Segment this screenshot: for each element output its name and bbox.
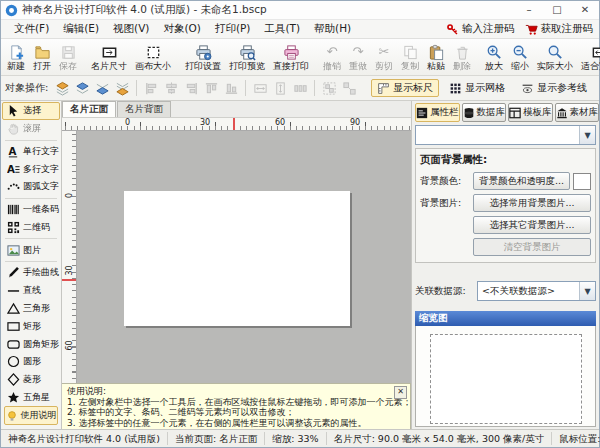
tool-cursor[interactable]: 选择 (2, 102, 60, 120)
tool-circle[interactable]: 圆形 (2, 353, 60, 371)
toolbar-button-label: 缩小 (511, 61, 529, 71)
toggle-guides[interactable]: 显示参考线 (515, 79, 593, 97)
tool-multi-text[interactable]: A多行文字 (2, 160, 60, 178)
fit-width-button[interactable]: 适合宽度 (577, 40, 600, 74)
toolbar-button-label: 适合宽度 (581, 61, 600, 71)
align-right-icon (182, 79, 200, 97)
help-close-icon[interactable]: ✕ (394, 386, 407, 399)
toolbar-button-label: 放大 (485, 61, 503, 71)
vruler-number: 60 (65, 339, 74, 353)
tool-rounded-rect[interactable]: 圆角矩形 (2, 335, 60, 353)
register-link-0[interactable]: 输入注册码 (446, 22, 515, 36)
chevron-down-icon[interactable]: ▼ (579, 282, 595, 300)
menu-item-5[interactable]: 工具(T) (257, 21, 307, 37)
direct-print-button[interactable]: 直接打印 (269, 40, 313, 74)
properties-icon (416, 107, 428, 119)
panel-tab-label: 模板库 (523, 106, 552, 119)
business-card-front[interactable] (124, 191, 350, 326)
tool-diamond[interactable]: 菱形 (2, 371, 60, 389)
hruler-number: 60 (275, 118, 285, 127)
panel-tab-properties[interactable]: 属性栏 (415, 103, 460, 122)
zoom-in-button[interactable]: 放大 (481, 40, 507, 74)
bg-color-swatch[interactable] (573, 173, 591, 190)
bg-image-common-button[interactable]: 选择常用背景图片... (473, 194, 591, 212)
open-button[interactable]: 打开 (29, 40, 55, 74)
bulb-icon (6, 410, 18, 422)
tool-label: 圆弧文字 (23, 180, 59, 193)
print-preview-button[interactable]: 打印预览 (225, 40, 269, 74)
tool-label: 矩形 (23, 320, 41, 333)
print-setup-button[interactable]: 打印设置 (181, 40, 225, 74)
panel-tab-material[interactable]: 素材库 (555, 103, 600, 122)
layer-top-icon[interactable] (53, 79, 71, 97)
datasource-combo[interactable]: <不关联数据源> ▼ (477, 281, 596, 301)
tool-arc-text[interactable]: 圆弧文字 (2, 178, 60, 196)
layer-down-icon[interactable] (93, 79, 111, 97)
close-button[interactable]: ✕ (571, 2, 599, 19)
tool-star[interactable]: 五角星 (2, 388, 60, 406)
application-window: 神奇名片设计打印软件 4.0 (试用版) - 未命名1.bscp – □ ✕ 文… (0, 0, 600, 448)
triangle-icon (6, 301, 20, 315)
page-background-section: 页面背景属性: 背景颜色: 背景颜色和透明度... 背景图片: 选择常用背景图片… (415, 148, 596, 263)
tool-barcode[interactable]: 一维条码 (2, 201, 60, 219)
canvas-size-button[interactable]: 画布大小 (131, 40, 175, 74)
maximize-button[interactable]: □ (543, 2, 571, 19)
bg-color-label: 背景颜色: (420, 175, 470, 188)
toolbar-button-label: 直接打印 (273, 61, 309, 71)
undo-button: ↶撤销 (319, 40, 345, 74)
toggle-label: 显示标尺 (393, 81, 433, 95)
rect-icon (6, 319, 20, 333)
bg-color-button[interactable]: 背景颜色和透明度... (473, 172, 570, 190)
new-icon (8, 44, 25, 61)
menu-item-3[interactable]: 对象(O) (156, 21, 207, 37)
menu-item-4[interactable]: 打印(P) (208, 21, 258, 37)
usage-help-button[interactable]: 使用说明 (4, 406, 58, 425)
panel-tab-database[interactable]: 数据库 (462, 103, 507, 122)
print-preview-icon (239, 44, 256, 61)
toggle-grid[interactable]: 显示网格 (443, 79, 511, 97)
menu-item-1[interactable]: 编辑(E) (56, 21, 106, 37)
menu-item-6[interactable]: 帮助(H) (307, 21, 358, 37)
tool-qrcode[interactable]: 二维码 (2, 219, 60, 237)
page-tab-0[interactable]: 名片正面 (62, 101, 116, 117)
usage-help-label: 使用说明 (21, 409, 57, 422)
toggle-ruler[interactable]: 显示标尺 (371, 79, 439, 97)
tool-curve[interactable]: 手绘曲线 (2, 264, 60, 282)
toolbar-button-label: 保存 (59, 61, 77, 71)
register-label: 获取注册码 (541, 22, 594, 36)
zoom-out-button[interactable]: 缩小 (507, 40, 533, 74)
actual-size-button[interactable]: 实际大小 (533, 40, 577, 74)
page-tab-1[interactable]: 名片背面 (117, 101, 171, 117)
register-link-1[interactable]: 获取注册码 (525, 22, 594, 36)
paste-button[interactable]: 粘贴 (423, 40, 449, 74)
align-left-icon (142, 79, 160, 97)
diamond-icon (6, 373, 20, 387)
tool-label: 滚屏 (23, 122, 41, 135)
card-size-button[interactable]: 名片尺寸 (87, 40, 131, 74)
thumbnail-header: 缩览图 (415, 311, 596, 326)
layer-bottom-icon[interactable] (113, 79, 131, 97)
menu-item-2[interactable]: 视图(V) (106, 21, 156, 37)
toggle-label: 显示参考线 (537, 81, 587, 95)
tool-line[interactable]: 直线 (2, 282, 60, 300)
open-icon (34, 44, 51, 61)
panel-tab-template[interactable]: 模板库 (508, 103, 553, 122)
menu-item-0[interactable]: 文件(F) (7, 21, 56, 37)
same-height-icon (271, 79, 289, 97)
new-button[interactable]: 新建 (3, 40, 29, 74)
tool-image[interactable]: 图片 (2, 241, 60, 259)
bg-image-other-button[interactable]: 选择其它背景图片... (473, 216, 591, 234)
tool-label: 菱形 (23, 373, 41, 386)
copy-icon (402, 44, 419, 61)
tool-single-text[interactable]: A单行文字 (2, 143, 60, 161)
tool-triangle[interactable]: 三角形 (2, 300, 60, 318)
design-canvas[interactable] (77, 131, 411, 383)
hand-icon (6, 122, 20, 136)
layer-up-icon[interactable] (73, 79, 91, 97)
minimize-button[interactable]: – (515, 2, 543, 19)
object-selector-combo[interactable]: ▼ (415, 125, 596, 145)
template-icon (509, 107, 521, 119)
tool-rect[interactable]: 矩形 (2, 317, 60, 335)
chevron-down-icon[interactable]: ▼ (579, 126, 595, 144)
hruler-number: 30 (200, 118, 210, 127)
